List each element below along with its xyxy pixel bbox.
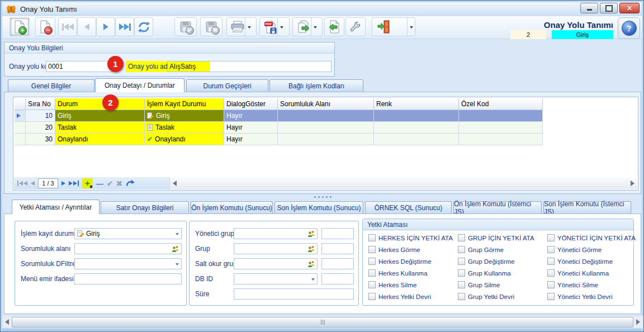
copy-dropdown[interactable] [311, 18, 319, 36]
nav-post-button[interactable]: ✔ [107, 179, 113, 188]
grid-row[interactable]: 30 Onaylandı ✔ Onaylandı Hayır [15, 134, 543, 145]
pane-splitter[interactable] [4, 195, 641, 199]
save-button[interactable]: ✓ [174, 17, 197, 36]
tab-son-islem-sunucu[interactable]: Son İşlem Komutu (Sunucu) [274, 201, 363, 214]
checkbox-yonetici-silme[interactable]: Yönetici Silme [547, 281, 598, 288]
nav-cancel-button[interactable]: ✖ [116, 179, 122, 188]
checkbox-herkes-gorme[interactable]: Herkes Görme [368, 246, 420, 253]
sorumluluk-alani-input[interactable] [74, 243, 182, 254]
nav-refresh-button[interactable] [126, 179, 135, 187]
sorumluluk-dfiltre-combo[interactable] [74, 258, 182, 269]
yonetici-grup-input[interactable] [234, 228, 318, 239]
grid-header-sorumluluk-alani[interactable]: Sorumluluk Alanı [278, 98, 374, 110]
checkbox-icon [368, 234, 376, 241]
grid-header-durum[interactable]: Durum [55, 98, 145, 110]
help-button[interactable]: ? [618, 17, 640, 39]
save-close-button[interactable]: ✕ [200, 17, 222, 36]
dbid-combo[interactable] [234, 273, 318, 284]
tab-on-islem-sunucu[interactable]: Ön İşlem Komutu (Sunucu) [191, 201, 273, 214]
tab-satir-onayi[interactable]: Satır Onayı Bilgileri [101, 201, 189, 214]
grid-row-selected[interactable]: 10 Giriş Giriş Hayır [15, 110, 543, 122]
nav-add-row-button[interactable]: + [82, 178, 93, 188]
checkbox-herkes-degistirme[interactable]: Herkes Değiştirme [368, 258, 432, 265]
exit-dropdown[interactable] [407, 18, 415, 36]
pdf-dropdown[interactable] [277, 18, 285, 36]
people-picker-icon[interactable] [307, 260, 315, 269]
bottom-horizontal-scrollbar[interactable] [2, 316, 643, 328]
settings-button[interactable] [345, 17, 366, 36]
checkbox-yonetici-gorme[interactable]: Yönetici Görme [547, 246, 602, 253]
checkbox-yonetici-kullanma[interactable]: Yönetici Kullanma [547, 269, 609, 277]
sure-input[interactable] [234, 288, 354, 300]
salt-okur-grup-id-input[interactable] [321, 258, 354, 269]
checkbox-herkes-icin-yetki-ata[interactable]: HERKES İÇİN YETKİ ATA [368, 234, 453, 241]
checkbox-grup-kullanma[interactable]: Grup Kullanma [458, 269, 511, 277]
new-record-button[interactable]: + [10, 17, 30, 36]
checkbox-yonetici-icin-yetki-ata[interactable]: YÖNETİCİ İÇİN YETKİ ATA [547, 234, 636, 241]
salt-okur-grup-input[interactable] [234, 258, 318, 269]
delete-record-button[interactable]: − [35, 17, 55, 36]
nav-delete-row-button[interactable]: — [96, 179, 103, 188]
checkbox-grup-icin-yetki-ata[interactable]: GRUP İÇİN YETKİ ATA [458, 234, 534, 241]
refresh-button[interactable] [134, 17, 153, 36]
tab-durum-gecisleri[interactable]: Durum Geçişleri [186, 79, 268, 92]
name-input[interactable]: AlışSatış [167, 61, 332, 72]
checkbox-grup-degistirme[interactable]: Grup Değiştirme [458, 258, 515, 265]
copy-record-button[interactable] [292, 17, 323, 36]
tab-genel-bilgiler[interactable]: Genel Bilgiler [8, 79, 94, 92]
scroll-right-icon[interactable] [631, 181, 634, 186]
tab-son-islem-istemci[interactable]: Son İşlem Komutu (İstemci JS) [543, 201, 631, 214]
print-button[interactable] [226, 17, 257, 36]
nav-next-button[interactable] [61, 181, 65, 186]
grup-input[interactable] [234, 243, 318, 254]
maximize-button[interactable] [600, 3, 618, 13]
islem-kayit-durumu-combo[interactable]: Giriş [74, 228, 182, 239]
menu-emir-input[interactable] [74, 273, 182, 284]
checkbox-grup-silme[interactable]: Grup Silme [458, 281, 500, 288]
last-record-button[interactable] [115, 17, 134, 36]
people-picker-icon[interactable] [307, 230, 315, 239]
people-picker-icon[interactable] [307, 245, 315, 254]
scroll-right-icon[interactable] [636, 319, 640, 325]
checkbox-yonetici-yetki-devri[interactable]: Yönetici Yetki Devri [547, 293, 612, 300]
tab-onay-detayi-durumlar[interactable]: Onay Detayı / Durumlar [95, 78, 184, 92]
tab-on-islem-istemci[interactable]: Ön İşlem Komutu (İstemci JS) [453, 201, 542, 214]
checkbox-herkes-yetki-devri[interactable]: Herkes Yetki Devri [368, 293, 431, 300]
checkbox-herkes-kullanma[interactable]: Herkes Kullanma [368, 269, 428, 277]
nav-previous-button[interactable] [31, 181, 35, 186]
dbid-value-input[interactable] [321, 273, 354, 284]
scrollbar-thumb[interactable] [12, 317, 633, 328]
close-button[interactable]: ✕ [619, 3, 640, 13]
minimize-button[interactable] [580, 3, 598, 13]
scroll-left-icon[interactable] [5, 319, 9, 325]
grid-header-sira-no[interactable]: Sıra No [26, 98, 55, 110]
tab-yetki-atamasi[interactable]: Yetki Ataması / Ayrıntılar [12, 200, 100, 214]
nav-last-button[interactable] [69, 181, 79, 186]
first-record-button[interactable] [58, 17, 77, 36]
checkbox-herkes-silme[interactable]: Herkes Silme [368, 281, 416, 288]
people-picker-icon[interactable] [172, 245, 179, 254]
previous-record-button[interactable] [77, 17, 96, 36]
code-input[interactable] [46, 61, 113, 72]
yonetici-grup-id-input[interactable] [321, 228, 354, 239]
checkbox-grup-gorme[interactable]: Grup Görme [458, 246, 504, 253]
grid-horizontal-scrollbar[interactable] [169, 177, 637, 189]
checkbox-yonetici-degistirme[interactable]: Yönetici Değiştirme [547, 258, 613, 265]
next-record-button[interactable] [96, 17, 115, 36]
grid-header-renk[interactable]: Renk [374, 98, 459, 110]
checkbox-grup-yetki-devri[interactable]: Grup Yetki Devri [458, 293, 514, 300]
cell-dialoggoster: Hayır [224, 110, 278, 122]
print-dropdown[interactable] [245, 18, 253, 36]
nav-first-button[interactable] [17, 181, 27, 186]
grid-header-dialoggoster[interactable]: DialogGöster [224, 98, 278, 110]
import-button[interactable] [324, 17, 344, 36]
grup-id-input[interactable] [321, 243, 354, 254]
exit-button[interactable] [372, 17, 415, 36]
grid-header-ozel-kod[interactable]: Özel Kod [459, 98, 543, 110]
scroll-left-icon[interactable] [173, 181, 177, 186]
export-pdf-button[interactable]: PDF [259, 17, 290, 36]
grid-header-islem-kayit-durumu[interactable]: İşlem Kayıt Durumu [145, 98, 224, 110]
tab-ornek-sql[interactable]: ÖRNEK SQL (Sunucu) [365, 201, 452, 214]
grid-row[interactable]: 20 Taslak Taslak Hayır [15, 122, 543, 134]
tab-bagli-islem-kodlari[interactable]: Bağlı işlem Kodları [269, 79, 363, 92]
